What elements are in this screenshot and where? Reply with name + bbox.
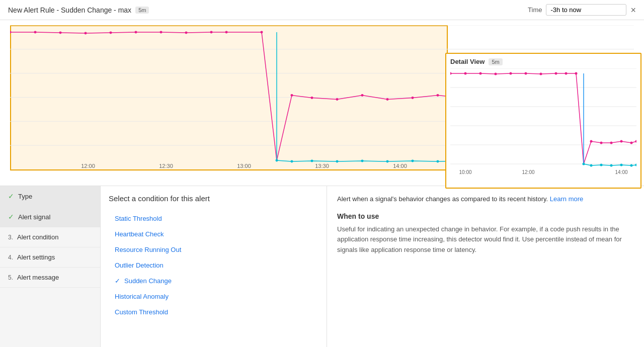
svg-point-76 — [575, 72, 578, 75]
svg-text:13:30: 13:30 — [315, 163, 329, 169]
svg-point-67 — [450, 72, 452, 75]
svg-point-11 — [135, 31, 137, 33]
svg-point-21 — [386, 98, 389, 101]
svg-point-33 — [276, 159, 278, 162]
sidebar-label-alert-message: Alert message — [17, 274, 59, 281]
svg-point-22 — [412, 97, 414, 99]
header-right: Time × — [528, 4, 636, 16]
bottom-layout: ✓ Type ✓ Alert signal 3. Alert condition… — [0, 186, 644, 347]
condition-heartbeat-check[interactable]: Heartbeat Check — [109, 226, 318, 242]
svg-point-10 — [110, 31, 112, 34]
when-to-use-body: Useful for indicating an unexpected chan… — [337, 224, 634, 255]
svg-point-6 — [10, 31, 12, 33]
condition-sudden-change[interactable]: ✓ Sudden Change — [109, 273, 318, 289]
svg-point-71 — [510, 72, 512, 75]
svg-point-17 — [291, 94, 293, 97]
svg-text:12:30: 12:30 — [159, 163, 173, 169]
sidebar-item-alert-message[interactable]: 5. Alert message — [0, 268, 100, 288]
svg-point-36 — [336, 160, 339, 163]
condition-label-static-threshold: Static Threshold — [115, 215, 162, 222]
svg-point-38 — [386, 160, 389, 163]
condition-resource-running-out[interactable]: Resource Running Out — [109, 242, 318, 257]
svg-point-8 — [59, 31, 62, 34]
svg-point-85 — [590, 164, 593, 167]
sidebar-item-alert-settings[interactable]: 4. Alert settings — [0, 247, 100, 268]
svg-point-37 — [361, 160, 364, 162]
svg-point-77 — [590, 140, 593, 143]
detail-chart-svg: 10:00 12:00 14:00 0 20 40 60 80 100 — [450, 68, 636, 184]
svg-point-34 — [291, 160, 293, 163]
chart-area: 12:00 12:30 13:00 13:30 14:00 14:30 0 20… — [0, 20, 644, 186]
detail-title: Detail View — [450, 58, 485, 65]
svg-point-79 — [610, 142, 613, 144]
sidebar-item-alert-condition[interactable]: 3. Alert condition — [0, 227, 100, 247]
svg-text:14:00: 14:00 — [393, 163, 407, 169]
svg-text:10:00: 10:00 — [459, 169, 471, 175]
sidebar-label-alert-settings: Alert settings — [17, 253, 55, 261]
sidebar: ✓ Type ✓ Alert signal 3. Alert condition… — [0, 186, 101, 347]
condition-outlier-detection[interactable]: Outlier Detection — [109, 257, 318, 273]
svg-point-70 — [495, 73, 497, 75]
page-title: New Alert Rule - Sudden Change - max — [8, 6, 131, 14]
condition-label-outlier-detection: Outlier Detection — [115, 262, 164, 269]
check-icon-sudden-change: ✓ — [115, 277, 120, 285]
time-label: Time — [528, 6, 542, 14]
svg-point-89 — [630, 164, 633, 167]
svg-text:13:00: 13:00 — [237, 163, 251, 169]
svg-point-19 — [336, 98, 339, 101]
svg-point-35 — [311, 160, 313, 162]
svg-text:12:00: 12:00 — [81, 163, 95, 169]
detail-chart: 10:00 12:00 14:00 0 20 40 60 80 100 — [450, 68, 636, 180]
condition-label-resource-running-out: Resource Running Out — [115, 246, 181, 253]
sidebar-item-alert-signal[interactable]: ✓ Alert signal — [0, 207, 100, 227]
condition-label-sudden-change: Sudden Change — [124, 277, 172, 285]
svg-text:12:00: 12:00 — [522, 169, 534, 175]
sidebar-item-type[interactable]: ✓ Type — [0, 186, 100, 207]
svg-point-7 — [34, 31, 37, 33]
svg-point-84 — [583, 163, 585, 165]
svg-point-16 — [261, 31, 263, 33]
description-panel: Alert when a signal's behavior changes a… — [327, 186, 644, 347]
condition-custom-threshold[interactable]: Custom Threshold — [109, 304, 318, 320]
sidebar-label-type: Type — [18, 193, 32, 200]
when-to-use-title: When to use — [337, 212, 634, 220]
detail-header: Detail View 5m — [450, 58, 636, 65]
svg-point-14 — [210, 31, 213, 33]
condition-static-threshold[interactable]: Static Threshold — [109, 211, 318, 226]
learn-more-link[interactable]: Learn more — [550, 195, 583, 203]
svg-point-73 — [540, 73, 542, 75]
check-icon-type: ✓ — [8, 192, 14, 200]
condition-label-historical-anomaly: Historical Anomaly — [115, 293, 169, 300]
svg-point-78 — [600, 142, 603, 144]
detail-panel: Detail View 5m — [445, 53, 641, 189]
time-input[interactable] — [546, 4, 626, 16]
check-icon-alert-signal: ✓ — [8, 213, 14, 221]
close-button[interactable]: × — [630, 6, 636, 15]
condition-label-heartbeat-check: Heartbeat Check — [115, 230, 164, 238]
header-left: New Alert Rule - Sudden Change - max 5m — [8, 6, 149, 14]
condition-label-custom-threshold: Custom Threshold — [115, 308, 168, 316]
step-num-3: 3. — [8, 234, 13, 241]
header-badge: 5m — [135, 7, 149, 14]
svg-point-20 — [361, 94, 364, 97]
svg-point-23 — [437, 94, 439, 97]
svg-point-82 — [635, 140, 637, 143]
sidebar-label-alert-condition: Alert condition — [17, 233, 58, 241]
svg-point-15 — [225, 31, 228, 33]
conditions-title: Select a condition for this alert — [109, 194, 318, 203]
svg-text:14:00: 14:00 — [615, 169, 627, 175]
header: New Alert Rule - Sudden Change - max 5m … — [0, 0, 644, 20]
svg-point-68 — [464, 72, 467, 75]
svg-point-81 — [630, 142, 633, 144]
svg-point-87 — [610, 164, 613, 167]
svg-point-75 — [565, 72, 568, 75]
svg-point-86 — [600, 164, 603, 166]
svg-point-18 — [311, 97, 313, 99]
svg-point-12 — [160, 31, 163, 33]
step-num-5: 5. — [8, 274, 13, 281]
svg-point-69 — [479, 72, 482, 75]
svg-point-9 — [85, 32, 87, 34]
sidebar-label-alert-signal: Alert signal — [18, 213, 50, 221]
detail-badge: 5m — [489, 58, 502, 65]
condition-historical-anomaly[interactable]: Historical Anomaly — [109, 289, 318, 304]
